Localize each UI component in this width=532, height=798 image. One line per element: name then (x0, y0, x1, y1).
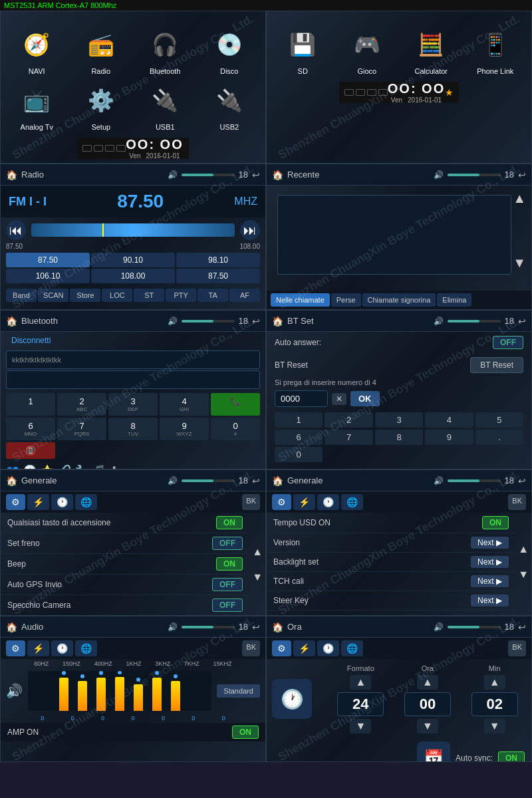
audio-back-btn[interactable]: ↩ (252, 622, 260, 632)
ora-tab-clock[interactable]: 🕐 (317, 640, 339, 656)
bt-recent-icon[interactable]: 🕐 (23, 464, 37, 469)
gen-left-scroll-up[interactable]: ▲ (252, 546, 263, 558)
gen-right-scroll-up[interactable]: ▲ (518, 543, 529, 555)
radio-home-btn[interactable]: 🏠 (6, 170, 17, 180)
bt-music-icon[interactable]: 🎵 (92, 464, 106, 469)
audio-tab-clock[interactable]: 🕐 (51, 640, 73, 656)
gen-left-vol-icon[interactable]: 🔊 (168, 476, 178, 485)
ctrl-st[interactable]: ST (134, 289, 164, 302)
bt-fav-icon[interactable]: ⭐ (41, 464, 54, 469)
ctrl-band[interactable]: Band (6, 289, 37, 302)
tab-chiamate-signorina[interactable]: Chiamate signorina (362, 293, 436, 307)
btset-num-2[interactable]: 2 (325, 412, 372, 428)
ora-home-btn[interactable]: 🏠 (272, 622, 283, 632)
recente-back-btn[interactable]: ↩ (518, 170, 526, 180)
gen-right-home-btn[interactable]: 🏠 (272, 475, 283, 486)
gen-next-tch[interactable]: Next ▶ (471, 575, 509, 587)
bt-back-btn[interactable]: ↩ (252, 316, 260, 327)
tab-nelle-chiamate[interactable]: Nelle chiamate (271, 293, 330, 307)
btset-num-9[interactable]: 9 (425, 430, 473, 445)
app-phonelink[interactable]: 📱 Phone Link (466, 25, 525, 75)
btset-num-1[interactable]: 1 (275, 412, 323, 428)
gen-right-tab-settings[interactable]: ⚙ (272, 494, 291, 510)
gen-right-back-btn[interactable]: ↩ (518, 475, 526, 486)
gen-right-scroll-down[interactable]: ▼ (518, 569, 529, 581)
eq-preset-btn[interactable]: Standard (217, 684, 260, 698)
bt-vol-slider[interactable] (182, 320, 235, 323)
audio-home-btn[interactable]: 🏠 (6, 622, 17, 632)
key-6[interactable]: 6MNO (6, 418, 55, 440)
gen-tab-bk[interactable]: BK (242, 494, 260, 510)
btset-back-btn[interactable]: ↩ (518, 316, 526, 327)
radio-back-btn[interactable]: ↩ (252, 170, 260, 180)
recente-vol-slider[interactable] (448, 174, 501, 176)
gen-tab-eq[interactable]: ⚡ (27, 494, 49, 510)
bt-download-icon[interactable]: ⬇ (110, 464, 118, 469)
ora-min-down[interactable]: ▼ (484, 719, 505, 733)
btset-auto-answer-toggle[interactable]: OFF (493, 336, 523, 349)
tab-elimina[interactable]: Elimina (437, 293, 471, 307)
recente-vol-icon[interactable]: 🔊 (434, 170, 444, 180)
gen-toggle-freno[interactable]: OFF (212, 537, 243, 550)
bt-input-bar[interactable] (6, 370, 260, 389)
ctrl-loc[interactable]: LOC (102, 289, 132, 302)
ora-tab-settings[interactable]: ⚙ (272, 640, 291, 656)
key-end[interactable]: 📵 (6, 442, 55, 459)
ctrl-af[interactable]: AF (229, 289, 260, 302)
ora-vol-icon[interactable]: 🔊 (434, 622, 444, 632)
audio-tab-globe[interactable]: 🌐 (75, 640, 97, 656)
gen-left-back-btn[interactable]: ↩ (252, 475, 260, 486)
key-2[interactable]: 2ABC (57, 393, 106, 416)
btset-vol-icon[interactable]: 🔊 (434, 317, 444, 326)
star-btn[interactable]: ★ (445, 86, 454, 98)
ora-tab-bk[interactable]: BK (508, 640, 526, 656)
audio-tab-bk[interactable]: BK (242, 640, 260, 656)
btset-home-btn[interactable]: 🏠 (272, 316, 283, 327)
gen-right-tab-clock[interactable]: 🕐 (317, 494, 339, 510)
gen-right-vol-icon[interactable]: 🔊 (434, 476, 444, 485)
gen-right-tab-bk[interactable]: BK (508, 494, 526, 510)
bt-link-icon[interactable]: 🔗 (58, 464, 71, 469)
btset-pin-input[interactable]: 0000 (275, 390, 328, 407)
ora-ora-up[interactable]: ▲ (417, 675, 438, 690)
gen-tab-globe[interactable]: 🌐 (75, 494, 97, 510)
app-disco[interactable]: 💿 Disco (200, 25, 259, 75)
gen-tab-clock[interactable]: 🕐 (51, 494, 73, 510)
preset-5[interactable]: 108.00 (91, 269, 175, 283)
audio-vol-slider[interactable] (182, 626, 235, 628)
gen-next-version[interactable]: Next ▶ (471, 537, 509, 549)
key-4[interactable]: 4GHI (160, 393, 209, 416)
amp-toggle[interactable]: ON (232, 726, 259, 739)
app-calculator[interactable]: 🧮 Calculator (402, 25, 461, 75)
ora-formato-up[interactable]: ▲ (350, 675, 371, 690)
gen-toggle-gps[interactable]: OFF (212, 578, 243, 591)
gen-right-tab-globe[interactable]: 🌐 (341, 494, 363, 510)
app-bluetooth[interactable]: 🎧 Bluetooth (136, 25, 195, 75)
app-radio[interactable]: 📻 Radio (72, 25, 131, 75)
gen-toggle-tempousd[interactable]: ON (482, 516, 509, 529)
key-8[interactable]: 8TUV (108, 418, 158, 440)
btset-num-7[interactable]: 7 (325, 430, 372, 445)
gen-toggle-beep[interactable]: ON (216, 557, 243, 571)
gen-left-vol-slider[interactable] (182, 479, 235, 482)
key-call[interactable]: 📞 (211, 393, 260, 416)
recente-home-btn[interactable]: 🏠 (272, 170, 283, 180)
eq-bars[interactable] (28, 671, 211, 711)
gen-right-tab-eq[interactable]: ⚡ (293, 494, 315, 510)
app-setup[interactable]: ⚙️ Setup (72, 80, 131, 131)
audio-tab-settings[interactable]: ⚙ (6, 640, 25, 656)
btset-num-5[interactable]: 5 (475, 412, 523, 428)
preset-2[interactable]: 90.10 (91, 253, 175, 267)
radio-vol-slider[interactable] (182, 174, 235, 176)
preset-1[interactable]: 87.50 (6, 253, 90, 267)
radio-vol-icon[interactable]: 🔊 (168, 170, 178, 180)
gen-left-home-btn[interactable]: 🏠 (6, 475, 17, 486)
audio-vol-icon[interactable]: 🔊 (168, 622, 178, 632)
gen-toggle-camera[interactable]: OFF (212, 598, 243, 612)
ora-min-up[interactable]: ▲ (484, 675, 505, 690)
ora-cal-icon-btn[interactable]: 📅 (417, 741, 450, 762)
preset-4[interactable]: 106.10 (6, 269, 90, 283)
ora-back-btn[interactable]: ↩ (518, 622, 526, 632)
ctrl-scan[interactable]: SCAN (38, 289, 69, 302)
btset-reset-btn[interactable]: BT Reset (470, 357, 523, 373)
